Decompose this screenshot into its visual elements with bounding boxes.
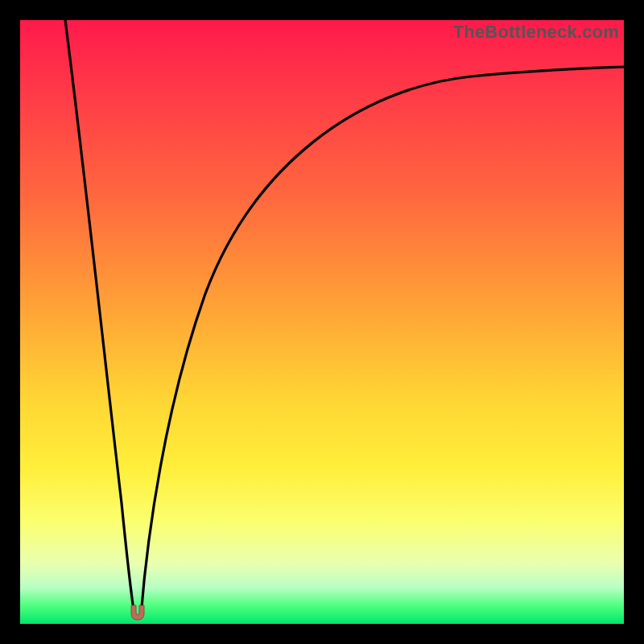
bottleneck-curve — [20, 20, 624, 624]
chart-frame: TheBottleneck.com — [20, 20, 624, 624]
u-icon — [131, 605, 144, 620]
dip-marker — [127, 603, 148, 622]
curve-right-branch — [141, 67, 624, 616]
curve-left-branch — [65, 20, 134, 616]
